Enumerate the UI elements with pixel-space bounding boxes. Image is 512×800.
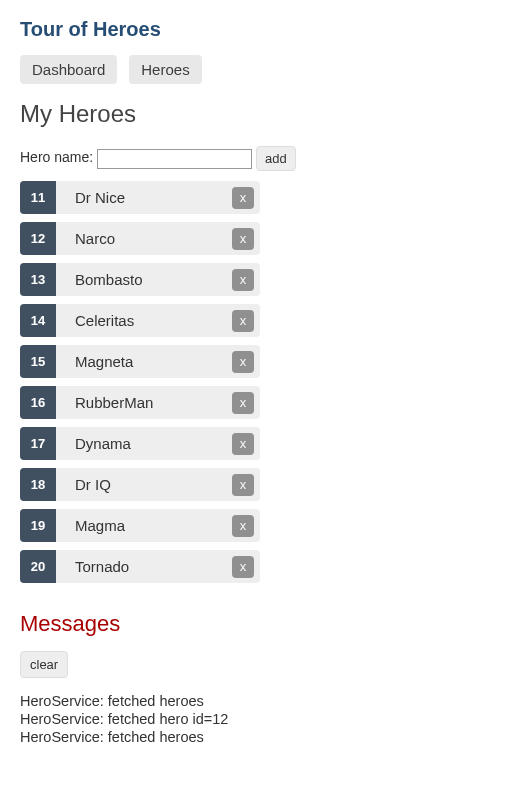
delete-hero-button[interactable]: x	[232, 392, 254, 414]
hero-id-badge: 11	[20, 181, 56, 214]
delete-hero-button[interactable]: x	[232, 187, 254, 209]
main-nav: Dashboard Heroes	[20, 55, 492, 84]
message-line: HeroService: fetched hero id=12	[20, 710, 492, 728]
hero-list-item: 12Narcox	[20, 222, 260, 255]
delete-hero-button[interactable]: x	[232, 433, 254, 455]
hero-name: Dynama	[75, 435, 131, 452]
hero-name: Dr IQ	[75, 476, 111, 493]
messages-log: HeroService: fetched heroesHeroService: …	[20, 692, 492, 746]
hero-list-item: 15Magnetax	[20, 345, 260, 378]
delete-hero-button[interactable]: x	[232, 515, 254, 537]
add-hero-button[interactable]: add	[256, 146, 296, 171]
nav-dashboard[interactable]: Dashboard	[20, 55, 117, 84]
hero-link[interactable]: 14Celeritas	[20, 304, 260, 337]
app-title: Tour of Heroes	[20, 18, 492, 41]
message-line: HeroService: fetched heroes	[20, 692, 492, 710]
hero-link[interactable]: 15Magneta	[20, 345, 260, 378]
hero-link[interactable]: 16RubberMan	[20, 386, 260, 419]
message-line: HeroService: fetched heroes	[20, 728, 492, 746]
hero-id-badge: 18	[20, 468, 56, 501]
hero-name-label: Hero name:	[20, 149, 93, 165]
hero-id-badge: 14	[20, 304, 56, 337]
hero-name: Narco	[75, 230, 115, 247]
delete-hero-button[interactable]: x	[232, 228, 254, 250]
messages-heading: Messages	[20, 611, 492, 637]
delete-hero-button[interactable]: x	[232, 310, 254, 332]
hero-link[interactable]: 18Dr IQ	[20, 468, 260, 501]
hero-id-badge: 12	[20, 222, 56, 255]
hero-list: 11Dr Nicex12Narcox13Bombastox14Celeritas…	[20, 181, 260, 583]
hero-name: Celeritas	[75, 312, 134, 329]
hero-link[interactable]: 19Magma	[20, 509, 260, 542]
hero-list-item: 16RubberManx	[20, 386, 260, 419]
hero-link[interactable]: 13Bombasto	[20, 263, 260, 296]
hero-id-badge: 15	[20, 345, 56, 378]
hero-id-badge: 16	[20, 386, 56, 419]
hero-link[interactable]: 17Dynama	[20, 427, 260, 460]
delete-hero-button[interactable]: x	[232, 351, 254, 373]
hero-list-item: 17Dynamax	[20, 427, 260, 460]
hero-list-item: 11Dr Nicex	[20, 181, 260, 214]
hero-name: Magneta	[75, 353, 133, 370]
hero-id-badge: 19	[20, 509, 56, 542]
delete-hero-button[interactable]: x	[232, 474, 254, 496]
hero-link[interactable]: 11Dr Nice	[20, 181, 260, 214]
heroes-heading: My Heroes	[20, 100, 492, 128]
hero-list-item: 19Magmax	[20, 509, 260, 542]
hero-list-item: 13Bombastox	[20, 263, 260, 296]
nav-heroes[interactable]: Heroes	[129, 55, 201, 84]
hero-link[interactable]: 12Narco	[20, 222, 260, 255]
hero-id-badge: 20	[20, 550, 56, 583]
hero-list-item: 14Celeritasx	[20, 304, 260, 337]
hero-list-item: 18Dr IQx	[20, 468, 260, 501]
hero-list-item: 20Tornadox	[20, 550, 260, 583]
delete-hero-button[interactable]: x	[232, 269, 254, 291]
hero-name: Tornado	[75, 558, 129, 575]
hero-name: Dr Nice	[75, 189, 125, 206]
add-hero-row: Hero name: add	[20, 146, 492, 171]
hero-name: Magma	[75, 517, 125, 534]
hero-link[interactable]: 20Tornado	[20, 550, 260, 583]
hero-name: Bombasto	[75, 271, 143, 288]
clear-messages-button[interactable]: clear	[20, 651, 68, 678]
delete-hero-button[interactable]: x	[232, 556, 254, 578]
hero-id-badge: 13	[20, 263, 56, 296]
hero-name: RubberMan	[75, 394, 153, 411]
hero-name-input[interactable]	[97, 149, 252, 169]
hero-id-badge: 17	[20, 427, 56, 460]
